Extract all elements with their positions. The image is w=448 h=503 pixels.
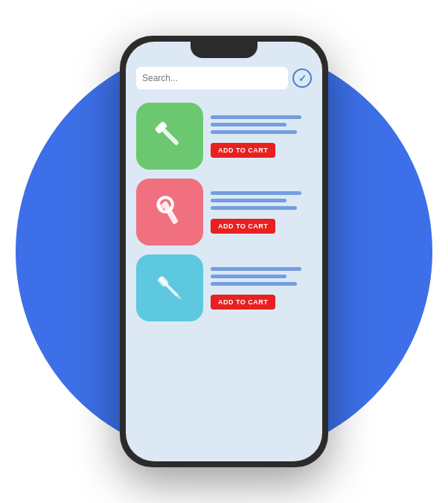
product-list: ADD TO CART bbox=[136, 103, 312, 321]
add-to-cart-button-2[interactable]: ADD TO CART bbox=[211, 219, 275, 234]
product-line bbox=[211, 267, 301, 271]
phone-screen: ADD TO CART bbox=[126, 42, 322, 461]
product-lines-2 bbox=[211, 191, 312, 210]
add-to-cart-button-1[interactable]: ADD TO CART bbox=[211, 143, 275, 158]
product-line bbox=[211, 130, 297, 134]
add-to-cart-button-3[interactable]: ADD TO CART bbox=[211, 295, 275, 310]
wrench-icon bbox=[148, 115, 191, 158]
phone-mockup: ADD TO CART bbox=[120, 36, 328, 467]
product-line bbox=[211, 191, 301, 195]
product-lines-3 bbox=[211, 267, 312, 286]
product-details-3: ADD TO CART bbox=[211, 267, 312, 310]
product-lines-1 bbox=[211, 115, 312, 134]
product-line bbox=[211, 275, 287, 278]
product-image-2 bbox=[136, 179, 203, 246]
adjustable-wrench-icon bbox=[148, 190, 191, 234]
product-line bbox=[211, 199, 287, 202]
product-line bbox=[211, 206, 297, 210]
phone-notch bbox=[191, 42, 257, 58]
product-line bbox=[211, 115, 301, 119]
product-image-1 bbox=[136, 103, 203, 170]
screwdriver-icon bbox=[148, 266, 191, 310]
product-image-3 bbox=[136, 254, 203, 321]
product-line bbox=[211, 123, 287, 126]
list-item: ADD TO CART bbox=[136, 103, 312, 170]
phone-outer-frame: ADD TO CART bbox=[120, 36, 328, 467]
search-bar-row bbox=[136, 67, 312, 89]
search-input[interactable] bbox=[136, 67, 288, 89]
product-details-1: ADD TO CART bbox=[211, 115, 312, 158]
search-confirm-icon[interactable] bbox=[292, 68, 312, 88]
phone-content: ADD TO CART bbox=[126, 42, 322, 461]
list-item: ADD TO CART bbox=[136, 254, 312, 321]
product-line bbox=[211, 282, 297, 286]
product-details-2: ADD TO CART bbox=[211, 191, 312, 234]
list-item: ADD TO CART bbox=[136, 179, 312, 246]
